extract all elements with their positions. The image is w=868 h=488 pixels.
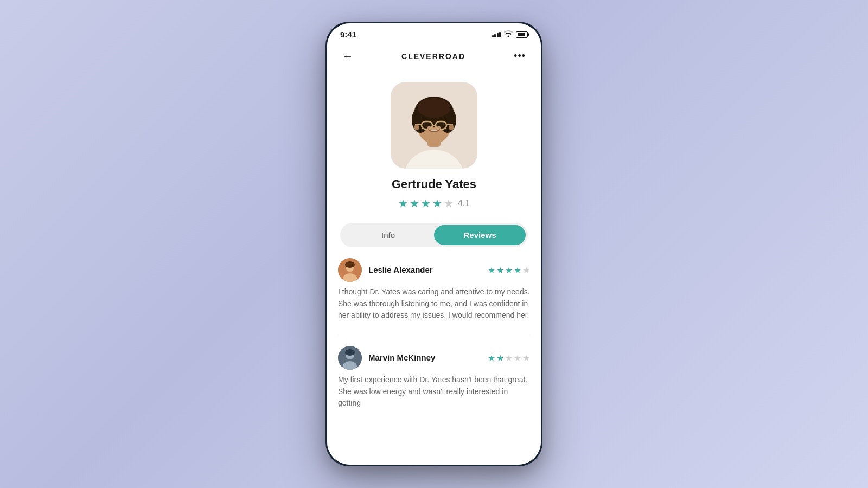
status-time: 9:41 [340, 30, 356, 39]
status-icons [492, 30, 528, 38]
nav-bar: ← CLEVERROAD ••• [327, 43, 541, 71]
review-header-2: Marvin McKinney ★ ★ ★ ★ ★ [338, 346, 530, 370]
svg-point-18 [345, 261, 355, 268]
reviewer-name-marvin: Marvin McKinney [368, 353, 435, 362]
review-stars-leslie: ★ ★ ★ ★ ★ [488, 265, 530, 275]
signal-icon [492, 32, 501, 37]
back-button[interactable]: ← [340, 48, 355, 65]
doctor-stars: ★ ★ ★ ★ ★ [398, 197, 454, 210]
reviews-section: Leslie Alexander ★ ★ ★ ★ ★ I thought Dr.… [327, 258, 541, 422]
star-3: ★ [421, 197, 431, 210]
star-4: ★ [432, 197, 442, 210]
doctor-avatar [391, 82, 477, 169]
reviewer-avatar-leslie [338, 258, 362, 282]
star-2: ★ [410, 197, 419, 210]
svg-point-22 [345, 349, 355, 356]
star-5: ★ [444, 197, 454, 210]
star-1: ★ [398, 197, 408, 210]
tab-info[interactable]: Info [342, 225, 434, 245]
wifi-icon [504, 30, 513, 38]
rating-value: 4.1 [458, 198, 470, 208]
profile-section: Gertrude Yates ★ ★ ★ ★ ★ 4.1 [327, 71, 541, 219]
content-area: Gertrude Yates ★ ★ ★ ★ ★ 4.1 Info [327, 71, 541, 465]
review-item-2: Marvin McKinney ★ ★ ★ ★ ★ My first exper… [338, 346, 530, 409]
review-stars-marvin: ★ ★ ★ ★ ★ [488, 353, 530, 363]
status-bar: 9:41 [327, 23, 541, 43]
app-title: CLEVERROAD [401, 52, 465, 61]
review-item: Leslie Alexander ★ ★ ★ ★ ★ I thought Dr.… [338, 258, 530, 322]
tab-reviews[interactable]: Reviews [434, 225, 526, 245]
rating-row: ★ ★ ★ ★ ★ 4.1 [398, 197, 470, 210]
review-text-marvin: My first experience with Dr. Yates hasn'… [338, 374, 530, 409]
svg-point-13 [414, 125, 419, 130]
reviewer-name-leslie: Leslie Alexander [368, 265, 433, 274]
divider [338, 335, 530, 335]
reviewer-avatar-marvin [338, 346, 362, 370]
phone-screen: 9:41 ← CLEVERROAD [327, 23, 541, 465]
phone-frame: 9:41 ← CLEVERROAD [326, 22, 542, 466]
review-header: Leslie Alexander ★ ★ ★ ★ ★ [338, 258, 530, 282]
svg-point-14 [449, 125, 454, 130]
svg-point-7 [418, 98, 450, 118]
tabs-container: Info Reviews [340, 223, 528, 247]
battery-icon [516, 31, 528, 38]
review-text-leslie: I thought Dr. Yates was caring and atten… [338, 286, 530, 322]
more-button[interactable]: ••• [512, 48, 528, 64]
doctor-name: Gertrude Yates [392, 177, 476, 191]
